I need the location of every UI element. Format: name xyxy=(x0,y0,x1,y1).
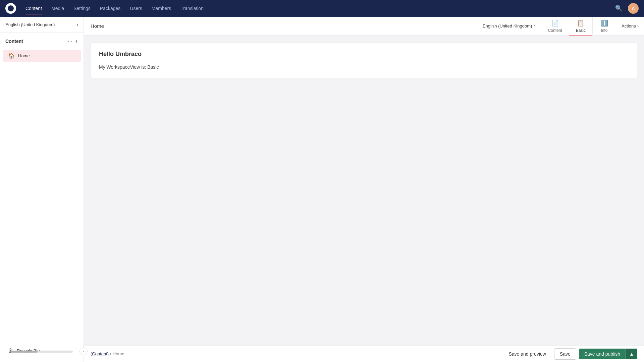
avatar[interactable]: A xyxy=(628,3,639,14)
tab-basic[interactable]: 📋 Basic xyxy=(569,17,593,36)
breadcrumb-content-link[interactable]: (Content) xyxy=(91,351,109,356)
save-publish-dropdown-button[interactable]: ▲ xyxy=(626,349,637,359)
bottom-bar: (Content) › Home Save and preview Save S… xyxy=(84,345,644,362)
breadcrumb: (Content) › Home xyxy=(91,351,124,356)
actions-arrow-icon: › xyxy=(637,23,639,28)
actions-button[interactable]: Actions › xyxy=(616,17,644,36)
top-navigation: Content Media Settings Packages Users Me… xyxy=(0,0,644,17)
language-selector[interactable]: English (United Kingdom) › xyxy=(477,23,541,28)
home-icon: 🏠 xyxy=(8,53,15,59)
search-icon[interactable]: 🔍 xyxy=(614,3,624,13)
tab-content-label: Content xyxy=(548,28,562,33)
nav-users[interactable]: Users xyxy=(126,3,146,14)
save-preview-button[interactable]: Save and preview xyxy=(503,349,551,359)
tab-content-icon: 📄 xyxy=(551,19,559,27)
sidebar-language-label: English (United Kingdom) xyxy=(5,22,55,27)
main-workspace: Hello Umbraco My WorkspaceView is: Basic xyxy=(84,36,644,345)
sidebar: English (United Kingdom) › Content ··· +… xyxy=(0,17,84,362)
breadcrumb-current: Home xyxy=(113,351,124,356)
sidebar-language-arrow-icon: › xyxy=(77,22,78,27)
save-publish-group: Save and publish ▲ xyxy=(579,349,637,359)
workspace-card: Hello Umbraco My WorkspaceView is: Basic xyxy=(91,42,637,78)
tab-info-icon: ℹ️ xyxy=(601,19,608,27)
workspace-subtext: My WorkspaceView is: Basic xyxy=(99,64,629,70)
umbraco-logo[interactable] xyxy=(5,3,16,14)
breadcrumb-separator: › xyxy=(110,351,113,356)
tab-info[interactable]: ℹ️ Info xyxy=(593,17,616,36)
content-area: Home English (United Kingdom) › 📄 Conten… xyxy=(84,17,644,362)
sidebar-add-icon[interactable]: + xyxy=(75,38,78,44)
sidebar-header: Content ··· + xyxy=(0,33,84,50)
sidebar-item-home-label: Home xyxy=(18,53,30,58)
bottom-actions: Save and preview Save Save and publish ▲ xyxy=(503,348,638,360)
nav-translation[interactable]: Translation xyxy=(176,3,208,14)
content-header: Home English (United Kingdom) › 📄 Conten… xyxy=(84,17,644,36)
language-selector-label: English (United Kingdom) xyxy=(483,23,532,28)
save-button[interactable]: Save xyxy=(554,348,576,360)
sidebar-more-icon[interactable]: ··· xyxy=(68,38,72,44)
nav-media[interactable]: Media xyxy=(47,3,68,14)
workspace-heading: Hello Umbraco xyxy=(99,51,629,58)
sidebar-item-home[interactable]: 🏠 Home xyxy=(3,50,81,62)
sidebar-expand-button[interactable]: › xyxy=(79,347,88,355)
nav-members[interactable]: Members xyxy=(148,3,175,14)
tab-basic-icon: 📋 xyxy=(577,19,584,27)
page-title: Home xyxy=(84,23,477,29)
save-publish-arrow-icon: ▲ xyxy=(629,351,634,357)
tab-bar: 📄 Content 📋 Basic ℹ️ Info Actions › xyxy=(541,17,644,36)
actions-label: Actions xyxy=(622,23,636,28)
tab-basic-label: Basic xyxy=(576,28,586,33)
sidebar-content-title: Content xyxy=(5,39,23,44)
language-selector-arrow-icon: › xyxy=(534,23,535,28)
tab-content[interactable]: 📄 Content xyxy=(541,17,569,36)
nav-content[interactable]: Content xyxy=(21,3,46,14)
sidebar-language-selector[interactable]: English (United Kingdom) › xyxy=(0,17,84,33)
nav-settings[interactable]: Settings xyxy=(69,3,95,14)
save-publish-button[interactable]: Save and publish xyxy=(579,349,626,359)
tab-info-label: Info xyxy=(601,28,608,33)
nav-packages[interactable]: Packages xyxy=(96,3,124,14)
sidebar-scrollbar[interactable] xyxy=(11,351,73,353)
